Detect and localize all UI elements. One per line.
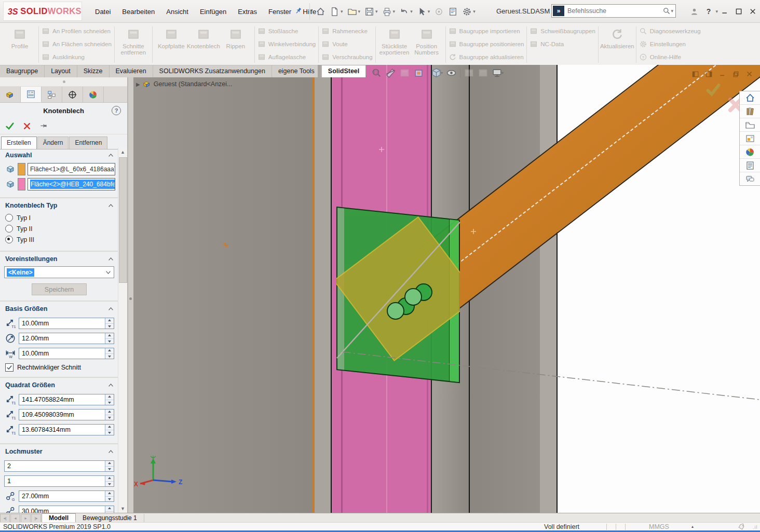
task-pane-home[interactable]: [740, 91, 760, 105]
menu-bearbeiten[interactable]: Bearbeiten: [116, 8, 160, 16]
value-input[interactable]: 1: [4, 475, 114, 487]
command-search[interactable]: » ▾: [551, 4, 676, 18]
scroll-up-icon[interactable]: ▲: [118, 148, 127, 156]
ribbon-schnitte-entfernen[interactable]: Schnitte entfernen: [117, 24, 150, 56]
task-pane-design-library[interactable]: [740, 105, 760, 118]
ribbon-an-flächen-schneiden[interactable]: An Flächen schneiden: [42, 37, 112, 50]
panel-tab-property-manager[interactable]: [21, 87, 42, 102]
collapse-chevron-icon[interactable]: [107, 306, 114, 312]
value-input[interactable]: 10.00mm: [19, 348, 114, 359]
ribbon-baugruppe-positionieren[interactable]: Baugruppe positionieren: [449, 37, 524, 50]
tab-evaluieren[interactable]: Evaluieren: [110, 65, 153, 77]
column-face-gray[interactable]: [133, 65, 313, 513]
doc-tile-right-icon[interactable]: [705, 70, 713, 78]
scrollbar-thumb[interactable]: [119, 157, 127, 283]
help-icon[interactable]: ?: [701, 4, 715, 19]
value-input[interactable]: 2: [4, 460, 114, 472]
close-button[interactable]: [746, 4, 760, 19]
spinner[interactable]: [105, 318, 114, 329]
ribbon-ausklinkung[interactable]: Ausklinkung: [42, 50, 85, 63]
ribbon-baugruppe-aktualisieren[interactable]: Baugruppe aktualisieren: [449, 50, 524, 63]
collapse-chevron-icon[interactable]: [107, 256, 114, 263]
ribbon-auflagelasche[interactable]: Auflagelasche: [257, 50, 306, 63]
keep-visible-pin-icon[interactable]: [39, 121, 48, 131]
panel-tab-configuration[interactable]: [42, 87, 62, 102]
model-tab-bewegungsstudie-1[interactable]: Bewegungsstudie 1: [76, 514, 144, 523]
ribbon-aktualisieren[interactable]: Aktualisieren: [601, 24, 633, 49]
panel-scrollbar[interactable]: ▲ ▼: [118, 148, 127, 513]
graphics-viewport[interactable]: ▶ Geruest (Standard<Anzei... ▾▾ X Z: [133, 65, 760, 513]
ribbon-schweißbaugruppen[interactable]: Schweißbaugruppen: [530, 24, 595, 37]
user-account-icon[interactable]: [687, 4, 701, 19]
tag-icon[interactable]: [737, 523, 746, 531]
doc-tile-left-icon[interactable]: [691, 70, 700, 78]
collapse-chevron-icon[interactable]: [107, 152, 114, 159]
task-pane-custom-properties[interactable]: [740, 159, 760, 172]
ribbon-diagnosewerkzeug[interactable]: Diagnosewerkzeug: [639, 24, 701, 37]
search-magnifier-icon[interactable]: [662, 7, 671, 15]
panel-tab-dimxpert[interactable]: [62, 87, 83, 102]
spinner[interactable]: [105, 506, 114, 513]
spinner[interactable]: [105, 394, 114, 405]
mode-tab-erstellen[interactable]: Erstellen: [1, 137, 37, 149]
menu-datei[interactable]: Datei: [89, 8, 116, 16]
ribbon-kopfplatte[interactable]: Kopfplatte: [155, 24, 187, 49]
tree-node-label[interactable]: Geruest (Standard<Anzei...: [154, 80, 233, 88]
units-caret-icon[interactable]: ▴: [691, 524, 694, 529]
ribbon-knotenblech[interactable]: Knotenblech: [187, 24, 220, 49]
ribbon-rippen[interactable]: Rippen: [220, 24, 252, 49]
tab-skizze[interactable]: Skizze: [77, 65, 110, 77]
ribbon-position-numbers[interactable]: Position Numbers: [411, 24, 443, 56]
value-input[interactable]: 13.60784314mm: [19, 424, 114, 435]
ribbon-rahmenecke[interactable]: Rahmenecke: [321, 24, 368, 37]
mode-tab-entfernen[interactable]: Entfernen: [69, 137, 107, 149]
selection-color-swatch[interactable]: [18, 163, 25, 175]
view-cube-icon[interactable]: ▾: [431, 67, 443, 78]
model-tab-modell[interactable]: Modell: [42, 513, 76, 523]
checkbox-rechtwinkliger-schnitt[interactable]: Rechtwinkliger Schnitt: [5, 363, 118, 372]
collapse-chevron-icon[interactable]: [107, 448, 114, 455]
column-round-highlight[interactable]: [540, 65, 557, 513]
selection-field[interactable]: Fläche<1>@L_60x6_4186aaa7-0: [28, 163, 115, 175]
tab-baugruppe[interactable]: Baugruppe: [0, 65, 45, 77]
scroll-down-icon[interactable]: ▼: [118, 504, 127, 513]
ribbon-an-profilen-schneiden[interactable]: An Profilen schneiden: [42, 24, 111, 37]
display-style-icon[interactable]: [399, 67, 410, 78]
selection-color-swatch[interactable]: [18, 178, 25, 190]
selection-field[interactable]: Fläche<2>@HEB_240_684bfef4: [28, 178, 115, 190]
tab-eigene-tools[interactable]: eigene Tools: [272, 65, 321, 77]
value-input[interactable]: 30.00mm: [19, 506, 114, 513]
presets-dropdown[interactable]: <Keine>: [4, 266, 114, 278]
value-input[interactable]: 27.00mm: [19, 490, 114, 502]
mode-tab-ändern[interactable]: Ändern: [37, 137, 69, 149]
ribbon-winkelverbindung[interactable]: Winkelverbindung: [257, 37, 316, 50]
ribbon-profile[interactable]: Profile: [4, 24, 36, 49]
open-file-button[interactable]: ▾: [345, 4, 363, 19]
confirm-ok-icon[interactable]: [704, 82, 723, 98]
task-pane-file-explorer[interactable]: [740, 118, 760, 132]
print-button[interactable]: ▾: [380, 4, 398, 19]
spinner[interactable]: [105, 333, 114, 344]
panel-resize-grip[interactable]: [0, 77, 127, 87]
ribbon-stückliste-exportieren[interactable]: Stückliste exportieren: [378, 24, 411, 56]
doc-close-icon[interactable]: [745, 70, 754, 78]
hide-show-icon[interactable]: [446, 67, 457, 78]
doc-restore-icon[interactable]: [732, 70, 740, 78]
view-orientation-icon[interactable]: [413, 67, 424, 78]
panel-splitter[interactable]: [128, 77, 133, 513]
spinner[interactable]: [105, 425, 114, 435]
ribbon-voute[interactable]: Voute: [321, 37, 347, 50]
spinner[interactable]: [105, 476, 114, 486]
tab-layout[interactable]: Layout: [45, 65, 77, 77]
tab-scroll-last-icon[interactable]: |▸: [31, 514, 41, 523]
menu-einfügen[interactable]: Einfügen: [194, 8, 232, 16]
save-preset-button[interactable]: Speichern: [32, 283, 87, 295]
tab-scroll-prev-icon[interactable]: ◂: [10, 514, 20, 523]
properties-button[interactable]: [446, 4, 460, 19]
collapse-chevron-icon[interactable]: [107, 202, 114, 209]
collapse-chevron-icon[interactable]: [107, 382, 114, 389]
ok-check-icon[interactable]: [5, 121, 15, 131]
section-view-icon[interactable]: [385, 67, 396, 78]
spinner[interactable]: [105, 410, 114, 420]
expand-arrow-icon[interactable]: ▶: [136, 81, 140, 87]
